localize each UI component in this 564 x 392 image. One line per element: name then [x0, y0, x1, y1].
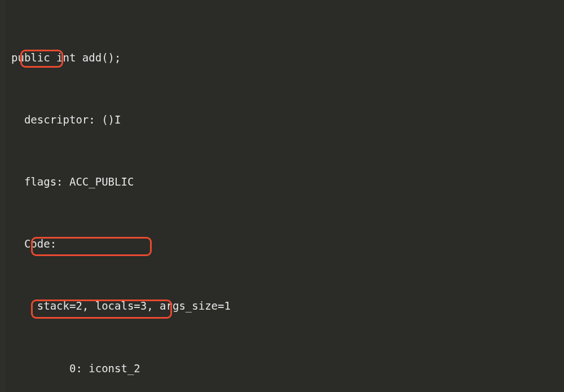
text: flags: ACC_PUBLIC [24, 175, 134, 188]
flags-line: flags: ACC_PUBLIC [11, 174, 564, 190]
text: descriptor: ()I [24, 113, 121, 126]
method-signature: public int add(); [11, 50, 564, 66]
code-block: public int add(); descriptor: ()I flags:… [0, 3, 564, 392]
descriptor-line: descriptor: ()I [11, 112, 564, 128]
text: public int add(); [11, 51, 121, 64]
bytecode-dump: public int add(); descriptor: ()I flags:… [0, 0, 564, 392]
code-label: Code: [24, 237, 56, 250]
bc-instruction: iconst_2 [89, 361, 140, 377]
code-label-line: Code: [11, 236, 564, 252]
bc-colon: : [76, 361, 89, 377]
text: stack=2, locals=3, args_size=1 [37, 299, 231, 312]
bc-offset: 0 [56, 361, 76, 377]
stack-line: stack=2, locals=3, args_size=1 [11, 298, 564, 314]
bytecode-line: 0: iconst_2 [11, 361, 564, 377]
